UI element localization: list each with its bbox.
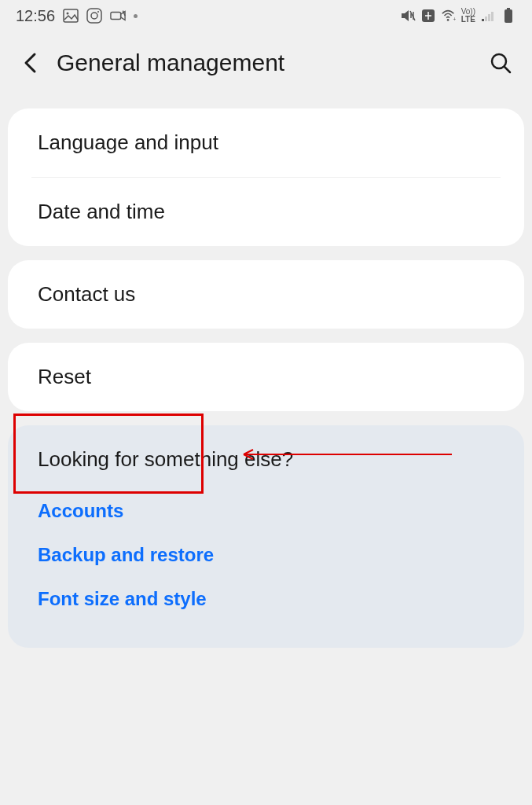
- volte-label: Vo)) LTE: [461, 8, 475, 24]
- back-button[interactable]: [16, 49, 44, 77]
- section-input-date: Language and input Date and time: [8, 108, 524, 246]
- section-contact: Contact us: [8, 260, 524, 329]
- mute-icon: [400, 8, 416, 24]
- svg-point-3: [91, 13, 97, 19]
- item-language-input[interactable]: Language and input: [8, 108, 524, 177]
- svg-text:+: +: [453, 17, 456, 22]
- wifi-icon: +: [441, 8, 457, 24]
- data-saver-icon: [420, 8, 436, 24]
- page-title: General management: [57, 50, 472, 76]
- svg-rect-14: [491, 12, 493, 21]
- search-button[interactable]: [485, 47, 516, 79]
- header: General management: [0, 31, 532, 94]
- svg-point-9: [446, 19, 449, 21]
- svg-rect-16: [504, 9, 512, 23]
- status-bar: 12:56 + Vo)) LTE: [0, 0, 532, 31]
- status-right: + Vo)) LTE: [400, 8, 516, 24]
- section-reset: Reset: [8, 343, 524, 411]
- item-reset[interactable]: Reset: [8, 343, 524, 411]
- camera-icon: [110, 8, 126, 24]
- suggestion-section: Looking for something else? Accounts Bac…: [8, 425, 524, 648]
- item-contact-us[interactable]: Contact us: [8, 260, 524, 329]
- more-dot: [134, 14, 138, 18]
- suggestion-title: Looking for something else?: [38, 447, 494, 472]
- svg-rect-5: [111, 12, 121, 19]
- item-date-time[interactable]: Date and time: [8, 178, 524, 246]
- svg-line-18: [504, 67, 510, 72]
- svg-rect-2: [87, 9, 101, 23]
- image-icon: [63, 8, 79, 24]
- link-accounts[interactable]: Accounts: [38, 489, 494, 533]
- instagram-icon: [86, 8, 102, 24]
- link-font-size-style[interactable]: Font size and style: [38, 577, 494, 621]
- svg-rect-15: [507, 8, 510, 9]
- svg-rect-13: [488, 14, 490, 21]
- svg-rect-12: [485, 17, 487, 21]
- status-left: 12:56: [16, 7, 138, 25]
- svg-point-4: [97, 11, 99, 13]
- clock: 12:56: [16, 7, 55, 25]
- battery-icon: [501, 8, 516, 24]
- svg-point-1: [67, 13, 69, 15]
- link-backup-restore[interactable]: Backup and restore: [38, 533, 494, 577]
- signal-icon: [480, 8, 496, 24]
- svg-rect-11: [482, 19, 484, 21]
